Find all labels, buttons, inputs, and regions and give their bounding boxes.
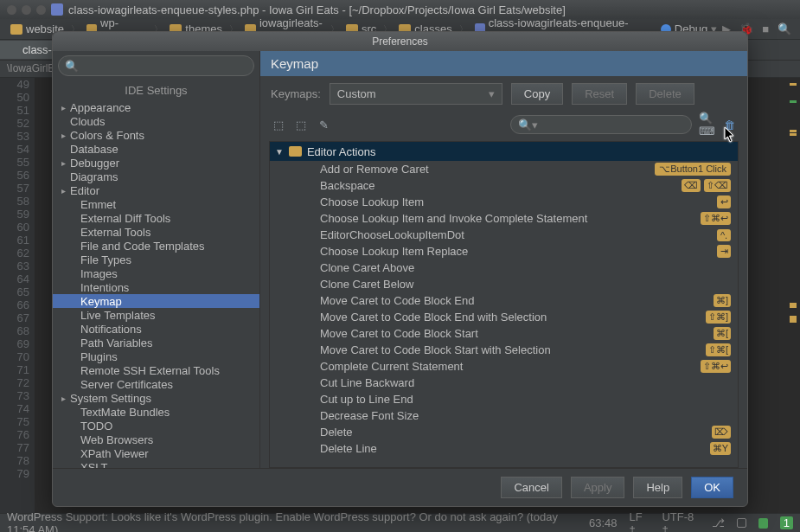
disclosure-triangle-icon[interactable]: ▼ [275, 147, 284, 157]
line-number[interactable]: 74 [5, 402, 29, 415]
line-number[interactable]: 67 [5, 311, 29, 324]
settings-tree-item[interactable]: Live Templates [53, 308, 259, 322]
settings-tree-item[interactable]: External Tools [53, 225, 259, 239]
traffic-lights[interactable] [7, 5, 46, 15]
readonly-lock-icon[interactable] [737, 518, 746, 528]
line-number[interactable]: 79 [5, 467, 29, 480]
keymap-select[interactable]: Custom ▾ [330, 83, 502, 105]
caret-position[interactable]: 63:48 [589, 516, 618, 529]
settings-tree-item[interactable]: TODO [53, 419, 259, 433]
action-row[interactable]: Choose Lookup Item Replace⇥ [270, 243, 738, 260]
action-row[interactable]: Cut Line Backward [270, 375, 738, 391]
line-number[interactable]: 76 [5, 428, 29, 441]
line-number[interactable]: 51 [5, 104, 29, 117]
copy-button[interactable]: Copy [511, 83, 563, 105]
line-number[interactable]: 73 [5, 389, 29, 402]
settings-tree-item[interactable]: ▸System Settings [53, 391, 259, 405]
line-number[interactable]: 49 [5, 78, 29, 91]
line-number[interactable]: 60 [5, 221, 29, 234]
file-encoding[interactable]: UTF-8 ‡ [662, 510, 700, 533]
line-number[interactable]: 77 [5, 441, 29, 454]
line-number[interactable]: 68 [5, 324, 29, 337]
line-number[interactable]: 78 [5, 454, 29, 467]
line-separator[interactable]: LF ‡ [630, 510, 650, 533]
settings-tree-item[interactable]: File Types [53, 253, 259, 266]
line-number[interactable]: 54 [5, 143, 29, 156]
action-row[interactable]: Clone Caret Above [270, 260, 738, 276]
line-number[interactable]: 50 [5, 91, 29, 104]
ok-button[interactable]: OK [691, 477, 733, 498]
action-row[interactable]: Choose Lookup Item and Invoke Complete S… [270, 210, 738, 227]
settings-tree-item[interactable]: Intentions [53, 280, 259, 294]
settings-tree-item[interactable]: ▸Appearance [53, 100, 259, 114]
actions-search-input[interactable]: 🔍▾ [510, 115, 692, 134]
line-number[interactable]: 63 [5, 260, 29, 272]
settings-tree-item[interactable]: ▸Colors & Fonts [53, 128, 259, 142]
action-row[interactable]: Add or Remove Caret⌥Button1 Click [270, 161, 738, 177]
settings-tree-item[interactable]: Database [53, 142, 259, 156]
line-number[interactable]: 59 [5, 208, 29, 221]
line-number[interactable]: 72 [5, 376, 29, 389]
line-number[interactable]: 66 [5, 298, 29, 311]
action-row[interactable]: Complete Current Statement⇧⌘↩ [270, 358, 738, 375]
git-branch-icon[interactable]: ⎇ [712, 516, 725, 529]
action-row[interactable]: Delete⌦ [270, 424, 738, 440]
action-row[interactable]: Clone Caret Below [270, 276, 738, 292]
line-number[interactable]: 56 [5, 169, 29, 182]
search-icon[interactable]: 🔍 [774, 22, 795, 35]
settings-tree-item[interactable]: Keymap [53, 294, 259, 308]
find-by-shortcut-icon[interactable]: 🔍⌨ [699, 117, 714, 132]
status-message[interactable]: WordPress Support: Looks like it's WordP… [7, 510, 565, 533]
action-row[interactable]: Choose Lookup Item↩ [270, 194, 738, 210]
cancel-button[interactable]: Cancel [501, 477, 561, 498]
notification-count[interactable]: 1 [780, 516, 793, 529]
expand-all-icon[interactable]: ⬚ [271, 117, 286, 132]
line-number[interactable]: 70 [5, 350, 29, 363]
settings-tree-item[interactable]: XPath Viewer [53, 446, 259, 460]
settings-tree-item[interactable]: ▸Editor [53, 183, 259, 197]
settings-tree[interactable]: ▸AppearanceClouds▸Colors & FontsDatabase… [53, 100, 259, 468]
settings-tree-item[interactable]: ▸Debugger [53, 156, 259, 170]
line-number[interactable]: 64 [5, 272, 29, 285]
settings-tree-item[interactable]: Clouds [53, 114, 259, 128]
line-number[interactable]: 62 [5, 247, 29, 260]
settings-tree-item[interactable]: External Diff Tools [53, 211, 259, 225]
error-stripe[interactable] [788, 78, 797, 513]
action-row[interactable]: Move Caret to Code Block Start⌘[ [270, 325, 738, 342]
action-row[interactable]: Move Caret to Code Block Start with Sele… [270, 342, 738, 358]
line-number[interactable]: 69 [5, 337, 29, 350]
actions-tree[interactable]: ▼ Editor Actions Add or Remove Caret⌥But… [269, 141, 739, 468]
line-number[interactable]: 57 [5, 182, 29, 195]
line-number[interactable]: 75 [5, 415, 29, 428]
line-number[interactable]: 53 [5, 130, 29, 143]
settings-tree-item[interactable]: Remote SSH External Tools [53, 363, 259, 377]
action-row[interactable]: Move Caret to Code Block End⌘] [270, 292, 738, 309]
settings-tree-item[interactable]: Web Browsers [53, 433, 259, 446]
line-number[interactable]: 61 [5, 234, 29, 247]
delete-button[interactable]: Delete [636, 83, 694, 105]
settings-tree-item[interactable]: File and Code Templates [53, 239, 259, 253]
settings-tree-item[interactable]: Plugins [53, 349, 259, 363]
settings-tree-item[interactable]: Notifications [53, 322, 259, 336]
hector-icon[interactable] [758, 518, 768, 529]
settings-search-input[interactable] [58, 55, 254, 76]
action-row[interactable]: Delete Line⌘Y [270, 440, 738, 457]
settings-tree-item[interactable]: Path Variables [53, 336, 259, 349]
settings-tree-item[interactable]: Images [53, 266, 259, 280]
action-row[interactable]: EditorChooseLookupItemDot^. [270, 227, 738, 243]
line-number[interactable]: 52 [5, 117, 29, 130]
help-button[interactable]: Help [633, 477, 682, 498]
edit-shortcut-icon[interactable]: ✎ [316, 117, 331, 132]
settings-tree-item[interactable]: Server Certificates [53, 377, 259, 391]
reset-button[interactable]: Reset [572, 83, 627, 105]
action-category-row[interactable]: ▼ Editor Actions [270, 142, 738, 161]
action-row[interactable]: Backspace⌫⇧⌫ [270, 177, 738, 194]
settings-tree-item[interactable]: Emmet [53, 197, 259, 211]
trash-icon[interactable]: 🗑 [721, 117, 737, 132]
action-row[interactable]: Decrease Font Size [270, 407, 738, 424]
settings-tree-item[interactable]: Diagrams [53, 170, 259, 183]
line-number[interactable]: 71 [5, 363, 29, 376]
apply-button[interactable]: Apply [571, 477, 625, 498]
settings-tree-item[interactable]: XSLT [53, 460, 259, 468]
collapse-all-icon[interactable]: ⬚ [293, 117, 309, 132]
